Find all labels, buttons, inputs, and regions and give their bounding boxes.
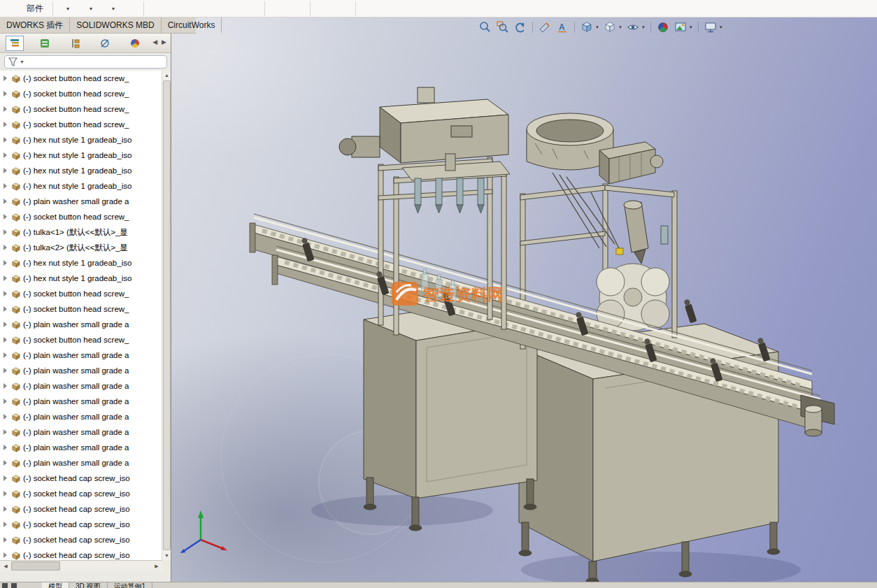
expand-arrow-icon[interactable] xyxy=(3,475,7,481)
expand-arrow-icon[interactable] xyxy=(3,306,7,312)
tree-item[interactable]: (-) socket button head screw_ xyxy=(0,301,162,317)
expand-arrow-icon[interactable] xyxy=(3,337,7,343)
manager-tab-next-icon[interactable]: ▶ xyxy=(162,38,166,45)
dropdown-caret-icon[interactable]: ▼ xyxy=(618,25,622,29)
expand-arrow-icon[interactable] xyxy=(3,260,7,266)
view-orientation-icon[interactable] xyxy=(579,20,594,35)
tree-vertical-scrollbar[interactable]: ▲ ▼ xyxy=(162,71,171,560)
expand-arrow-icon[interactable] xyxy=(3,537,7,543)
scrollbar-thumb[interactable] xyxy=(163,80,171,550)
section-view-icon[interactable] xyxy=(537,20,552,35)
expand-arrow-icon[interactable] xyxy=(3,199,7,204)
tab-solidworks-mbd[interactable]: SOLIDWORKS MBD xyxy=(70,17,161,33)
tree-item[interactable]: (-) socket button head screw_ xyxy=(0,101,162,117)
expand-arrow-icon[interactable] xyxy=(3,168,7,173)
graphics-area[interactable]: 智造资料网 A ▼ ▼ xyxy=(171,17,877,582)
tree-item[interactable]: (-) hex nut style 1 gradeab_iso xyxy=(0,132,162,148)
expand-arrow-icon[interactable] xyxy=(3,291,7,296)
expand-arrow-icon[interactable] xyxy=(3,399,7,404)
tree-item[interactable]: (-) socket button head screw_ xyxy=(0,209,162,224)
expand-arrow-icon[interactable] xyxy=(3,245,7,250)
menu-dropdown-caret-icon[interactable]: ▾ xyxy=(66,0,69,17)
filter-caret-icon[interactable]: ▼ xyxy=(20,59,24,64)
tree-item[interactable]: (-) plain washer small grade a xyxy=(0,363,162,378)
expand-arrow-icon[interactable] xyxy=(3,491,7,496)
scroll-right-icon[interactable]: ▶ xyxy=(151,561,162,571)
filler-tank[interactable] xyxy=(339,87,508,163)
view-settings-icon[interactable] xyxy=(703,20,718,35)
expand-arrow-icon[interactable] xyxy=(3,460,7,466)
menu-item-component[interactable]: 部件 xyxy=(27,0,43,17)
expand-arrow-icon[interactable] xyxy=(3,229,7,235)
dropdown-caret-icon[interactable]: ▼ xyxy=(719,25,723,29)
tree-item[interactable]: (-) socket head cap screw_iso xyxy=(0,532,162,547)
capper-head[interactable] xyxy=(616,201,668,264)
tree-item[interactable]: (-) plain washer small grade a xyxy=(0,440,162,455)
expand-arrow-icon[interactable] xyxy=(3,368,7,373)
tree-item[interactable]: (-) socket button head screw_ xyxy=(0,71,162,86)
expand-arrow-icon[interactable] xyxy=(3,122,7,127)
expand-arrow-icon[interactable] xyxy=(3,183,7,189)
tree-item[interactable]: (-) socket button head screw_ xyxy=(0,86,162,101)
tree-item[interactable]: (-) socket head cap screw_iso xyxy=(0,471,162,486)
tree-item[interactable]: (-) plain washer small grade a xyxy=(0,194,162,209)
tree-item[interactable]: (-) plain washer small grade a xyxy=(0,378,162,394)
expand-arrow-icon[interactable] xyxy=(3,214,7,220)
tree-item[interactable]: (-) hex nut style 1 gradeab_iso xyxy=(0,255,162,271)
manager-tab-prev-icon[interactable]: ◀ xyxy=(152,38,157,45)
tree-item[interactable]: (-) socket head cap screw_iso xyxy=(0,517,162,532)
tree-horizontal-scrollbar[interactable]: ◀ ▶ xyxy=(0,560,162,571)
tree-filter-input[interactable] xyxy=(26,57,166,67)
scroll-left-icon[interactable]: ◀ xyxy=(0,561,11,571)
machine-3d-model[interactable]: 智造资料网 xyxy=(171,17,877,582)
tab-model[interactable]: 模型 xyxy=(42,582,69,588)
expand-arrow-icon[interactable] xyxy=(3,506,7,512)
expand-arrow-icon[interactable] xyxy=(3,322,7,327)
tab-3d-views[interactable]: 3D 视图 xyxy=(69,582,108,588)
tree-item[interactable]: (-) plain washer small grade a xyxy=(0,409,162,424)
expand-arrow-icon[interactable] xyxy=(3,414,7,420)
scroll-down-icon[interactable]: ▼ xyxy=(162,551,171,560)
tree-item[interactable]: (-) socket head cap screw_iso xyxy=(0,501,162,517)
configurationmanager-tab[interactable] xyxy=(66,36,84,51)
tree-item[interactable]: (-) socket head cap screw_iso xyxy=(0,547,162,560)
scroll-up-icon[interactable]: ▲ xyxy=(162,71,171,80)
tab-solidworks-plugins[interactable]: DWORKS 插件 xyxy=(0,17,70,33)
tree-item[interactable]: (-) plain washer small grade a xyxy=(0,424,162,440)
featuremanager-tree-tab[interactable] xyxy=(6,36,24,51)
tree-item[interactable]: (-) plain washer small grade a xyxy=(0,455,162,471)
displaymanager-tab[interactable] xyxy=(126,36,144,51)
propertymanager-tab[interactable] xyxy=(36,36,54,51)
tree-item[interactable]: (-) plain washer small grade a xyxy=(0,317,162,332)
statusbar-icon[interactable] xyxy=(11,583,17,588)
expand-arrow-icon[interactable] xyxy=(3,445,7,450)
tree-item[interactable]: (-) plain washer small grade a xyxy=(0,347,162,363)
tree-item[interactable]: (-) hex nut style 1 gradeab_iso xyxy=(0,163,162,178)
zoom-to-area-icon[interactable] xyxy=(495,20,511,35)
tree-item[interactable]: (-) tulka<2> (默认<<默认>_显 xyxy=(0,240,162,255)
expand-arrow-icon[interactable] xyxy=(3,152,7,158)
dropdown-caret-icon[interactable]: ▼ xyxy=(689,25,693,29)
display-style-icon[interactable] xyxy=(602,20,618,35)
expand-arrow-icon[interactable] xyxy=(3,352,7,358)
dimxpertmanager-tab[interactable] xyxy=(96,36,114,51)
tree-item[interactable]: (-) hex nut style 1 gradeab_iso xyxy=(0,148,162,163)
tree-item[interactable]: (-) hex nut style 1 gradeab_iso xyxy=(0,178,162,194)
tree-item[interactable]: (-) socket button head screw_ xyxy=(0,332,162,347)
expand-arrow-icon[interactable] xyxy=(3,106,7,112)
tab-motion-study[interactable]: 运动算例1 xyxy=(108,582,153,588)
statusbar-icon[interactable] xyxy=(2,583,8,588)
expand-arrow-icon[interactable] xyxy=(3,76,7,81)
expand-arrow-icon[interactable] xyxy=(3,429,7,435)
dynamic-annotation-views-icon[interactable]: A xyxy=(555,20,570,35)
tree-item[interactable]: (-) plain washer small grade a xyxy=(0,394,162,409)
menu-dropdown-caret-icon[interactable]: ▾ xyxy=(90,0,92,17)
hide-show-items-icon[interactable] xyxy=(625,20,641,35)
dropdown-caret-icon[interactable]: ▼ xyxy=(595,25,599,29)
end-roller-unit[interactable] xyxy=(801,395,834,436)
previous-view-icon[interactable] xyxy=(513,20,528,35)
expand-arrow-icon[interactable] xyxy=(3,91,7,96)
expand-arrow-icon[interactable] xyxy=(3,522,7,527)
tab-circuitworks[interactable]: CircuitWorks xyxy=(162,17,222,33)
tree-item[interactable]: (-) hex nut style 1 gradeab_iso xyxy=(0,271,162,286)
